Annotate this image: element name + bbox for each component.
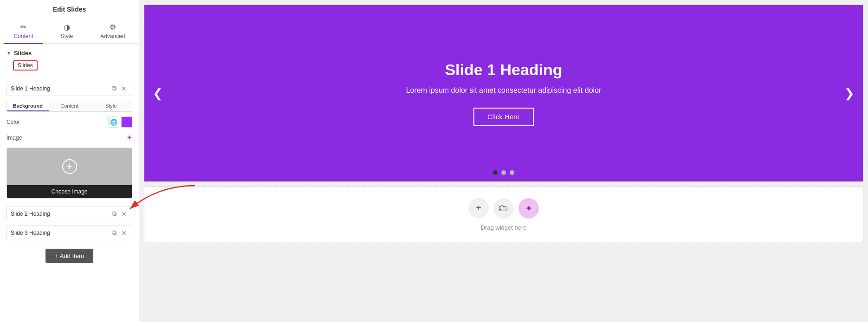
drag-widget-area: + 🗁 ✦ Drag widget here (144, 187, 863, 242)
style-icon: ◑ (64, 23, 70, 32)
slide-3-row: Slide 3 Heading ⧉ ✕ (6, 225, 132, 240)
tab-style[interactable]: ◑ Style (51, 21, 82, 44)
content-icon: ✏ (20, 23, 26, 32)
sparkle-widget-button[interactable]: ✦ (518, 198, 539, 219)
dot-1[interactable] (493, 170, 498, 175)
sub-tab-style[interactable]: Style (90, 101, 132, 111)
image-label: Image (6, 135, 126, 141)
slide-1-actions: ⧉ ✕ (110, 84, 128, 93)
slide-heading: Slide 1 Heading (445, 61, 562, 79)
slide-3-actions: ⧉ ✕ (110, 228, 128, 237)
color-swatch[interactable] (121, 116, 132, 128)
slider-dots (493, 170, 514, 175)
dot-2[interactable] (501, 170, 506, 175)
sub-tabs: Background Content Style (6, 101, 132, 112)
sidebar-title: Edit Slides (0, 0, 139, 17)
slide-1-row: Slide 1 Heading ⧉ ✕ (6, 81, 132, 96)
slides-label-container: Slides (0, 60, 139, 79)
slide-2-label: Slide 2 Heading (11, 211, 110, 217)
sidebar-tabs: ✏ Content ◑ Style ⚙ Advanced (0, 17, 139, 44)
sub-tab-content[interactable]: Content (49, 101, 91, 111)
add-item-button[interactable]: + Add Item (45, 249, 93, 263)
main-content: ❮ Slide 1 Heading Lorem ipsum dolor sit … (139, 0, 868, 322)
slide-cta-button[interactable]: Click Here (473, 108, 534, 126)
add-image-button[interactable]: + (62, 159, 77, 174)
section-slides-header: ▼ Slides (0, 44, 139, 60)
slide-description: Lorem ipsum dolor sit amet consectetur a… (406, 86, 602, 95)
drag-widget-label: Drag widget here (481, 224, 527, 231)
slide-3-duplicate-button[interactable]: ⧉ (110, 228, 118, 237)
add-widget-button[interactable]: + (468, 198, 489, 219)
collapse-arrow-icon: ▼ (6, 51, 11, 56)
image-upload-area: + Choose Image (6, 148, 132, 199)
slide-2-actions: ⧉ ✕ (110, 209, 128, 218)
slide-2-duplicate-button[interactable]: ⧉ (110, 209, 118, 218)
tab-advanced[interactable]: ⚙ Advanced (91, 21, 134, 44)
slider-next-button[interactable]: ❯ (841, 83, 858, 104)
sub-tab-background[interactable]: Background (7, 101, 49, 111)
slides-label: Slides (13, 60, 38, 71)
tab-content[interactable]: ✏ Content (4, 21, 42, 44)
slide-1-delete-button[interactable]: ✕ (120, 84, 128, 93)
choose-image-button[interactable]: Choose Image (7, 185, 132, 198)
dot-3[interactable] (510, 170, 514, 175)
slide-3-label: Slide 3 Heading (11, 230, 110, 236)
folder-widget-button[interactable]: 🗁 (493, 198, 514, 219)
sparkle-icon[interactable]: ✦ (126, 133, 132, 142)
slider-wrapper: ❮ Slide 1 Heading Lorem ipsum dolor sit … (144, 5, 863, 182)
color-label: Color (6, 119, 108, 125)
slider-area: ❮ Slide 1 Heading Lorem ipsum dolor sit … (144, 5, 863, 181)
widget-buttons: + 🗁 ✦ (468, 198, 539, 219)
image-row: Image ✦ (6, 133, 132, 142)
image-controls: ✦ (126, 133, 132, 142)
color-row: Color 🌐 (6, 116, 132, 128)
slide-1-label: Slide 1 Heading (11, 85, 110, 92)
slide-2-delete-button[interactable]: ✕ (120, 209, 128, 218)
sidebar: Edit Slides ✏ Content ◑ Style ⚙ Advanced… (0, 0, 139, 322)
advanced-icon: ⚙ (110, 23, 116, 32)
slide-2-row: Slide 2 Heading ⧉ ✕ (6, 206, 132, 221)
color-controls: 🌐 (108, 116, 132, 128)
image-placeholder: + (7, 148, 132, 185)
slide-3-delete-button[interactable]: ✕ (120, 228, 128, 237)
slide-1-duplicate-button[interactable]: ⧉ (110, 84, 118, 93)
slider-prev-button[interactable]: ❮ (149, 83, 167, 104)
color-global-button[interactable]: 🌐 (108, 116, 119, 128)
